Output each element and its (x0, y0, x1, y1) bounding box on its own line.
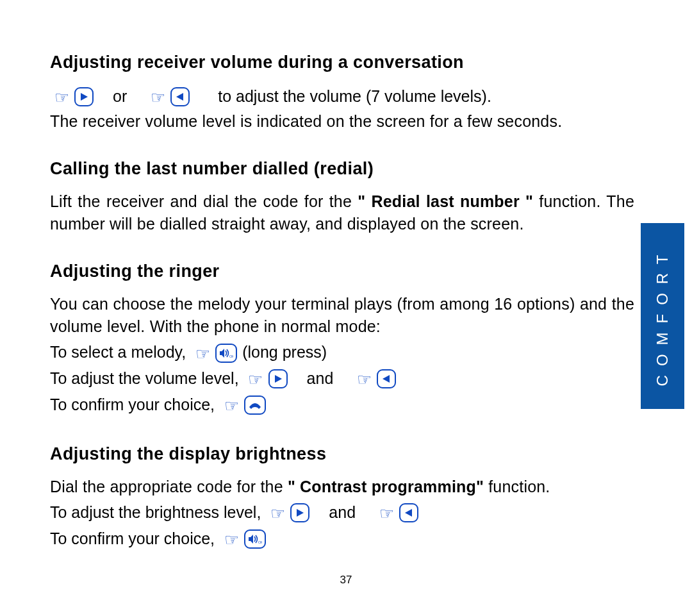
section-redial: Calling the last number dialled (redial)… (50, 159, 634, 235)
key-speaker-ok-icon: OK (215, 344, 237, 363)
page-number: 37 (0, 574, 692, 587)
svg-marker-1 (176, 93, 183, 101)
key-left-arrow-icon (170, 87, 190, 106)
svg-marker-4 (275, 375, 282, 383)
press-icon-group: ☞ (352, 369, 396, 388)
svg-text:OK: OK (258, 540, 262, 544)
instruction-row: To adjust the brightness level, ☞ and ☞ (50, 500, 634, 525)
section-adjust-brightness: Adjusting the display brightness Dial th… (50, 444, 634, 551)
press-icon-group: ☞ OK (220, 529, 266, 548)
key-left-arrow-icon (399, 503, 418, 522)
svg-text:OK: OK (229, 354, 233, 358)
svg-marker-8 (249, 535, 253, 544)
section-tab-comfort: COMFORT (641, 223, 684, 409)
text: To confirm your choice, (50, 526, 215, 551)
text-and: and (329, 500, 356, 525)
heading: Calling the last number dialled (redial) (50, 159, 634, 179)
text-bold-function: " Redial last number " (358, 192, 533, 210)
body-text: Dial the appropriate code for the " Cont… (50, 476, 634, 498)
instruction-row: To confirm your choice, ☞ OK (50, 526, 634, 551)
press-icon-group: ☞ (375, 503, 418, 522)
press-icon-group: ☞ (50, 87, 94, 106)
svg-marker-0 (81, 93, 88, 101)
heading: Adjusting receiver volume during a conve… (50, 53, 634, 72)
manual-page: COMFORT Adjusting receiver volume during… (0, 0, 692, 616)
section-adjust-receiver-volume: Adjusting receiver volume during a conve… (50, 53, 634, 132)
text-or: or (113, 84, 127, 109)
text-fragment: Dial the appropriate code for the (50, 478, 288, 495)
press-icon-group: ☞ (266, 503, 309, 522)
key-right-arrow-icon (290, 503, 309, 522)
section-adjust-ringer: Adjusting the ringer You can choose the … (50, 262, 634, 417)
text-fragment: function. (484, 478, 550, 495)
hand-pointing-icon: ☞ (375, 505, 398, 522)
key-right-arrow-icon (74, 87, 94, 106)
heading: Adjusting the ringer (50, 262, 634, 281)
key-right-arrow-icon (268, 369, 288, 388)
text: To select a melody, (50, 340, 186, 365)
body-text: Lift the receiver and dial the code for … (50, 190, 634, 235)
svg-marker-7 (405, 509, 412, 517)
hand-pointing-icon: ☞ (50, 89, 73, 106)
instruction-row: To confirm your choice, ☞ (50, 392, 634, 417)
press-icon-group: ☞ (220, 395, 266, 414)
press-icon-group: ☞ (146, 87, 190, 106)
text-fragment: Lift the receiver and dial the code for … (50, 192, 358, 210)
text: To adjust the brightness level, (50, 500, 261, 525)
heading: Adjusting the display brightness (50, 444, 634, 464)
key-handset-end-icon (244, 395, 266, 415)
body-text: The receiver volume level is indicated o… (50, 110, 634, 133)
press-icon-group: ☞ (244, 369, 288, 388)
key-speaker-ok-icon: OK (244, 529, 266, 549)
instruction-row: To adjust the volume level, ☞ and ☞ (50, 366, 634, 391)
hand-pointing-icon: ☞ (220, 531, 243, 548)
text: To adjust the volume level, (50, 366, 239, 391)
hand-pointing-icon: ☞ (352, 371, 375, 388)
press-icon-group: ☞ OK (191, 343, 237, 362)
body-text: You can choose the melody your terminal … (50, 293, 634, 337)
hand-pointing-icon: ☞ (244, 371, 267, 388)
instruction-row: ☞ or ☞ to adjust the volume (7 volume le… (50, 84, 634, 109)
key-left-arrow-icon (377, 369, 396, 388)
text: To confirm your choice, (50, 392, 215, 417)
hand-pointing-icon: ☞ (266, 505, 289, 522)
hand-pointing-icon: ☞ (146, 89, 169, 106)
hand-pointing-icon: ☞ (220, 397, 243, 414)
section-tab-label: COMFORT (654, 246, 671, 387)
text-tail: to adjust the volume (7 volume levels). (218, 84, 491, 109)
text-and: and (307, 366, 334, 391)
instruction-row: To select a melody, ☞ OK (long press) (50, 340, 634, 365)
svg-marker-5 (383, 375, 390, 383)
text-longpress: (long press) (242, 340, 327, 365)
hand-pointing-icon: ☞ (191, 345, 214, 362)
svg-marker-6 (297, 509, 304, 517)
text-bold-function: " Contrast programming" (288, 478, 484, 495)
svg-marker-2 (220, 349, 224, 358)
